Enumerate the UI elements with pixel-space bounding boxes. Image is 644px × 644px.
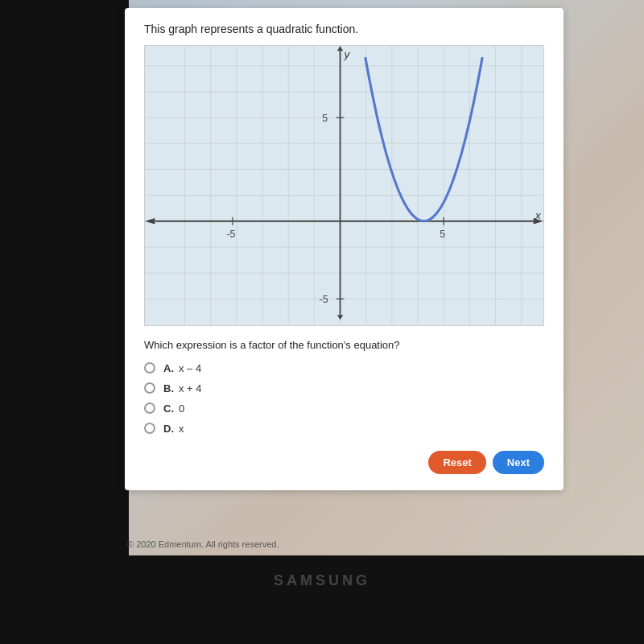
reset-button[interactable]: Reset	[428, 451, 485, 474]
graph-inner: x y -5 5 5 -5	[145, 46, 543, 325]
svg-text:x: x	[535, 209, 542, 221]
svg-rect-0	[145, 46, 543, 325]
option-letter-0: A.	[163, 362, 174, 374]
option-text-2: 0	[179, 402, 184, 415]
option-text-0: x – 4	[179, 362, 201, 374]
option-letter-2: C.	[163, 402, 174, 415]
svg-text:y: y	[344, 48, 351, 60]
option-radio-1[interactable]	[144, 382, 155, 394]
svg-text:5: 5	[440, 229, 445, 240]
option-radio-3[interactable]	[144, 423, 155, 434]
option-item-a[interactable]: A. x – 4	[144, 362, 544, 374]
options-list: A. x – 4 B. x + 4 C. 0 D. x	[144, 362, 544, 435]
svg-text:-5: -5	[226, 229, 235, 240]
next-button[interactable]: Next	[493, 451, 544, 474]
option-item-b[interactable]: B. x + 4	[144, 382, 544, 394]
question-text: Which expression is a factor of the func…	[144, 339, 544, 351]
svg-text:5: 5	[322, 113, 328, 124]
graph-title: This graph represents a quadratic functi…	[144, 23, 544, 35]
option-item-d[interactable]: D. x	[144, 423, 544, 435]
option-item-c[interactable]: C. 0	[144, 402, 544, 415]
buttons-row: Reset Next	[144, 451, 544, 474]
samsung-logo: SAMSUNG	[274, 572, 370, 589]
graph-svg: x y -5 5 5 -5	[145, 46, 543, 325]
option-text-3: x	[179, 423, 184, 435]
footer-copyright: © 2020 Edmentum. All rights reserved.	[127, 539, 279, 549]
option-radio-2[interactable]	[144, 402, 155, 414]
option-radio-0[interactable]	[144, 362, 155, 374]
content-card: This graph represents a quadratic functi…	[125, 8, 564, 490]
option-text-1: x + 4	[179, 382, 202, 394]
graph-container: x y -5 5 5 -5	[144, 45, 544, 326]
option-letter-1: B.	[163, 382, 174, 394]
svg-text:-5: -5	[320, 294, 328, 305]
option-letter-3: D.	[163, 423, 174, 435]
